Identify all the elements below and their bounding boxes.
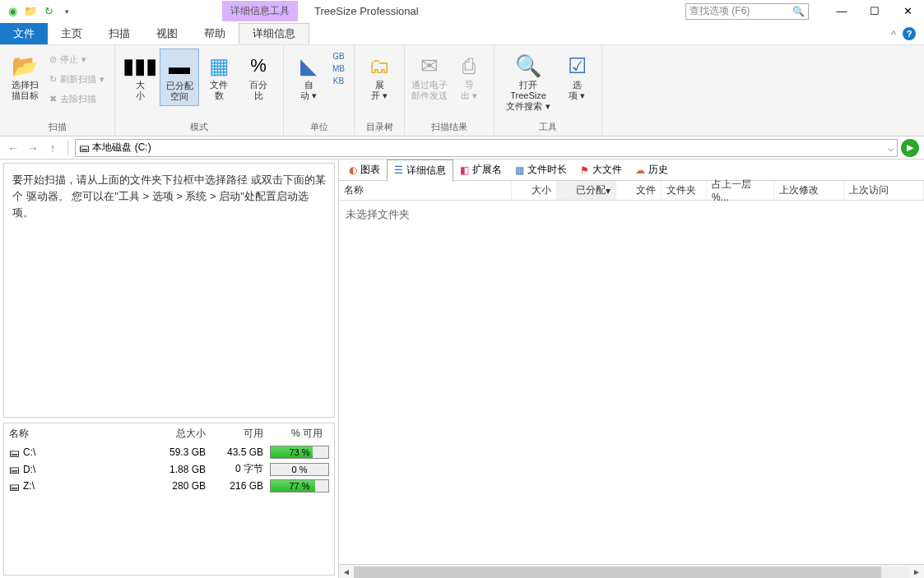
remove-scan-button[interactable]: ✖去除扫描 bbox=[49, 90, 104, 108]
horizontal-scrollbar[interactable]: ◄ ► bbox=[339, 564, 924, 578]
col-total[interactable]: 总大小 bbox=[148, 427, 206, 441]
detail-columns: 名称 大小 已分配 ▾ 文件 文件夹 占上一层 %... 上次修改 上次访问 bbox=[339, 181, 924, 201]
group-dirtree: 🗂展开 ▾ 目录树 bbox=[355, 45, 405, 136]
qat-refresh-icon[interactable]: ↻ bbox=[41, 4, 56, 19]
minimize-button[interactable]: — bbox=[825, 0, 858, 23]
path-combobox[interactable]: 🖴 本地磁盘 (C:) ⌵ bbox=[75, 139, 898, 157]
tab-file[interactable]: 文件 bbox=[0, 23, 48, 44]
qat-folder-icon[interactable]: 📁 bbox=[23, 4, 38, 19]
ribbon-tabs: 文件 主页 扫描 视图 帮助 详细信息 ^ ? bbox=[0, 23, 924, 44]
nav-back-button[interactable]: ← bbox=[5, 141, 21, 155]
email-button[interactable]: ✉通过电子邮件发送 bbox=[410, 49, 449, 104]
group-mode: ▮▮▮大小 ▬已分配空间 ▦文件数 %百分比 模式 bbox=[115, 45, 284, 136]
nav-up-button[interactable]: ↑ bbox=[44, 141, 61, 155]
unit-mb-button[interactable]: MB bbox=[330, 62, 347, 75]
col-free[interactable]: 可用 bbox=[206, 427, 263, 441]
select-scan-target-button[interactable]: 📂 选择扫描目标 bbox=[5, 49, 44, 104]
search-icon: 🔍 bbox=[792, 6, 805, 17]
drive-list: 名称 总大小 可用 % 可用 🖴 C:\ 59.3 GB43.5 GB 73 %… bbox=[3, 423, 335, 576]
tab-home[interactable]: 主页 bbox=[48, 23, 95, 44]
stop-button[interactable]: ⊘停止 ▾ bbox=[49, 50, 104, 68]
col-size[interactable]: 大小 bbox=[512, 181, 557, 200]
group-label: 扫描结果 bbox=[431, 121, 467, 134]
nav-forward-button[interactable]: → bbox=[25, 141, 41, 155]
mode-files-button[interactable]: ▦文件数 bbox=[199, 49, 239, 104]
refresh-icon: ↻ bbox=[49, 74, 57, 85]
stop-icon: ⊘ bbox=[49, 54, 57, 65]
start-message: 要开始扫描，请从上面的文件夹下拉框中选择路径 或双击下面的某个 驱动器。 您可以… bbox=[3, 163, 335, 418]
folder-icon: 📂 bbox=[12, 52, 38, 80]
main-area: 要开始扫描，请从上面的文件夹下拉框中选择路径 或双击下面的某个 驱动器。 您可以… bbox=[0, 160, 924, 578]
subtab-bigfiles[interactable]: ⚑大文件 bbox=[573, 160, 629, 180]
expand-button[interactable]: 🗂展开 ▾ bbox=[360, 49, 399, 104]
ext-icon: ◧ bbox=[460, 164, 469, 176]
subtab-details[interactable]: ☰详细信息 bbox=[387, 160, 453, 182]
unit-gb-button[interactable]: GB bbox=[330, 50, 347, 62]
path-text: 本地磁盘 (C:) bbox=[92, 141, 151, 155]
detail-tabs: ◐图表 ☰详细信息 ◧扩展名 ▦文件时长 ⚑大文件 ☁历史 bbox=[339, 160, 924, 181]
group-unit: ◣自动 ▾ GB MB KB 单位 bbox=[284, 45, 355, 136]
mode-size-button[interactable]: ▮▮▮大小 bbox=[120, 49, 160, 104]
help-icon[interactable]: ? bbox=[903, 27, 916, 40]
subtab-extensions[interactable]: ◧扩展名 bbox=[453, 160, 508, 180]
tab-scan[interactable]: 扫描 bbox=[95, 23, 143, 44]
group-tools: 🔍打开 TreeSize文件搜索 ▾ ☑选项 ▾ 工具 bbox=[495, 45, 602, 136]
group-label: 模式 bbox=[190, 121, 208, 134]
scroll-thumb[interactable] bbox=[354, 566, 881, 578]
col-modified[interactable]: 上次修改 bbox=[774, 181, 844, 200]
search-options-box[interactable]: 查找选项 (F6) 🔍 bbox=[685, 3, 809, 20]
subtab-age[interactable]: ▦文件时长 bbox=[508, 160, 573, 180]
unit-kb-button[interactable]: KB bbox=[330, 75, 347, 87]
mode-percent-button[interactable]: %百分比 bbox=[239, 49, 278, 104]
subtab-chart[interactable]: ◐图表 bbox=[342, 160, 387, 180]
drive-icon: 🖴 bbox=[9, 480, 20, 492]
nav-bar: ← → ↑ 🖴 本地磁盘 (C:) ⌵ ▶ bbox=[0, 136, 924, 160]
group-label: 目录树 bbox=[366, 121, 393, 134]
col-name[interactable]: 名称 bbox=[9, 427, 148, 441]
go-button[interactable]: ▶ bbox=[901, 139, 919, 157]
tab-details[interactable]: 详细信息 bbox=[239, 23, 309, 44]
remove-icon: ✖ bbox=[49, 94, 57, 104]
maximize-button[interactable]: ☐ bbox=[858, 0, 891, 23]
subtab-history[interactable]: ☁历史 bbox=[629, 160, 675, 180]
scroll-track[interactable] bbox=[354, 566, 909, 578]
disk-icon: ▬ bbox=[169, 53, 190, 81]
cloud-icon: ☁ bbox=[635, 164, 645, 176]
drive-row[interactable]: 🖴 Z:\ 280 GB216 GB 77 % bbox=[4, 478, 334, 494]
open-file-search-button[interactable]: 🔍打开 TreeSize文件搜索 ▾ bbox=[499, 49, 557, 115]
scroll-left-button[interactable]: ◄ bbox=[339, 567, 354, 576]
col-folders[interactable]: 文件夹 bbox=[662, 181, 707, 200]
scroll-right-button[interactable]: ► bbox=[909, 567, 924, 576]
contextual-tool-label: 详细信息工具 bbox=[222, 1, 298, 21]
chevron-down-icon[interactable]: ⌵ bbox=[888, 142, 894, 154]
ribbon-collapse[interactable]: ^ ? bbox=[883, 23, 924, 44]
calendar-icon: ▦ bbox=[515, 164, 524, 176]
qat-dropdown-icon[interactable]: ▾ bbox=[59, 4, 74, 19]
options-button[interactable]: ☑选项 ▾ bbox=[557, 49, 597, 104]
group-scan: 📂 选择扫描目标 ⊘停止 ▾ ↻刷新扫描 ▾ ✖去除扫描 扫描 bbox=[0, 45, 115, 136]
col-allocated[interactable]: 已分配 ▾ bbox=[557, 181, 616, 200]
col-pct[interactable]: % 可用 bbox=[263, 427, 329, 441]
refresh-scan-button[interactable]: ↻刷新扫描 ▾ bbox=[49, 70, 104, 88]
drive-list-header: 名称 总大小 可用 % 可用 bbox=[4, 423, 334, 444]
mode-allocated-button[interactable]: ▬已分配空间 bbox=[160, 49, 199, 106]
drive-row[interactable]: 🖴 D:\ 1.88 GB0 字节 0 % bbox=[4, 460, 334, 478]
export-button[interactable]: ⎙导出 ▾ bbox=[449, 49, 489, 104]
percent-icon: % bbox=[250, 52, 267, 80]
mail-icon: ✉ bbox=[420, 52, 439, 80]
no-selection-text: 未选择文件夹 bbox=[346, 208, 410, 220]
unit-auto-button[interactable]: ◣自动 ▾ bbox=[289, 49, 328, 104]
quick-access-toolbar: ◉ 📁 ↻ ▾ bbox=[0, 4, 74, 19]
col-name[interactable]: 名称 bbox=[339, 181, 512, 200]
tab-help[interactable]: 帮助 bbox=[191, 23, 239, 44]
close-button[interactable]: ✕ bbox=[891, 0, 924, 23]
col-files[interactable]: 文件 bbox=[616, 181, 662, 200]
drive-icon: 🖴 bbox=[9, 446, 20, 459]
ribbon: 📂 选择扫描目标 ⊘停止 ▾ ↻刷新扫描 ▾ ✖去除扫描 扫描 ▮▮▮大小 ▬已… bbox=[0, 44, 924, 136]
group-label: 单位 bbox=[310, 121, 328, 134]
tab-view[interactable]: 视图 bbox=[143, 23, 191, 44]
flag-icon: ⚑ bbox=[580, 164, 589, 176]
col-pct-parent[interactable]: 占上一层 %... bbox=[707, 181, 774, 200]
drive-row[interactable]: 🖴 C:\ 59.3 GB43.5 GB 73 % bbox=[4, 444, 334, 460]
col-accessed[interactable]: 上次访问 bbox=[844, 181, 924, 200]
